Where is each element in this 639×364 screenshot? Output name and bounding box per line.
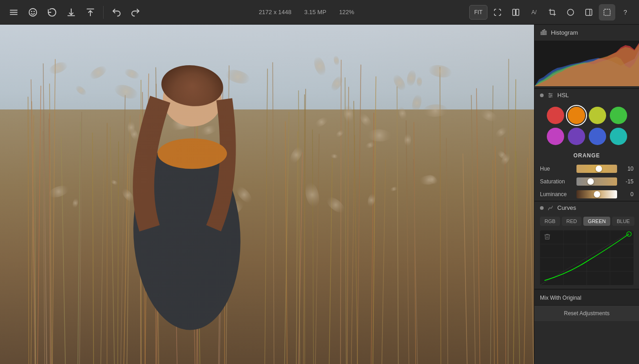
curves-svg	[540, 230, 634, 285]
swatch-green[interactable]	[610, 107, 627, 124]
svg-rect-15	[542, 31, 543, 35]
fullscreen-button[interactable]	[489, 4, 506, 21]
svg-rect-7	[87, 8, 94, 9]
face-detect-button[interactable]	[25, 4, 41, 21]
svg-rect-6	[68, 15, 75, 16]
luminance-track[interactable]	[576, 190, 617, 198]
svg-point-10	[567, 9, 574, 16]
histogram-header: Histogram	[534, 25, 639, 41]
equalizer-icon	[547, 92, 554, 99]
luminance-value: 0	[621, 191, 634, 198]
svg-rect-11	[586, 9, 592, 16]
help-button[interactable]: ?	[617, 4, 634, 21]
hsl-collapse[interactable]	[540, 94, 544, 97]
selected-color-name: ORANGE	[534, 151, 639, 162]
undo-button[interactable]	[108, 4, 125, 21]
curves-section: Curves RGB RED GREEN BLUE	[534, 201, 639, 289]
curves-collapse[interactable]	[540, 206, 544, 210]
hsl-label: HSL	[557, 92, 569, 99]
selection-tool-button[interactable]	[599, 4, 615, 21]
luminance-thumb[interactable]	[594, 191, 600, 198]
curves-canvas-area	[540, 230, 634, 285]
luminance-slider-row: Luminance 0	[534, 188, 639, 201]
curves-label: Curves	[557, 204, 576, 211]
menu-button[interactable]	[5, 4, 22, 21]
circle-select-button[interactable]	[562, 4, 579, 21]
saturation-thumb[interactable]	[587, 178, 594, 185]
curves-tabs: RGB RED GREEN BLUE	[534, 214, 639, 229]
hue-value: 10	[621, 166, 634, 172]
svg-rect-16	[544, 30, 545, 35]
mix-with-original-row: Mix With Original	[534, 289, 639, 305]
swatch-magenta[interactable]	[547, 128, 564, 145]
curves-header: Curves	[534, 202, 639, 214]
color-swatches	[534, 101, 639, 151]
svg-point-4	[31, 10, 32, 12]
swatch-yellow-green[interactable]	[589, 107, 606, 124]
swatch-red[interactable]	[547, 107, 564, 124]
curve-trash-button[interactable]	[544, 233, 551, 242]
redo-button[interactable]	[127, 4, 144, 21]
svg-rect-17	[545, 31, 546, 35]
tab-red[interactable]: RED	[562, 217, 581, 226]
text-tool-button[interactable]: A/	[526, 4, 542, 21]
svg-rect-13	[604, 9, 610, 16]
swatch-blue[interactable]	[589, 128, 606, 145]
image-area	[0, 25, 534, 364]
reset-adjustments-button[interactable]: Reset Adjustments	[534, 305, 639, 321]
tab-blue[interactable]: BLUE	[612, 217, 634, 226]
svg-point-22	[549, 93, 550, 94]
hue-thumb[interactable]	[596, 166, 602, 172]
panel-button[interactable]	[581, 4, 597, 21]
hue-track[interactable]	[576, 165, 617, 173]
saturation-label: Saturation	[540, 178, 573, 185]
history-button[interactable]	[44, 4, 60, 21]
topbar-center: 2172 x 1448 3.15 MP 122%	[144, 9, 469, 16]
tab-green[interactable]: GREEN	[583, 217, 610, 226]
topbar-left	[5, 4, 144, 21]
topbar: 2172 x 1448 3.15 MP 122% FIT A/	[0, 0, 639, 25]
image-dimensions: 2172 x 1448	[259, 9, 292, 16]
luminance-label: Luminance	[540, 191, 573, 198]
histogram-icon	[540, 28, 547, 37]
image-zoom: 122%	[339, 9, 354, 16]
hue-label: Hue	[540, 166, 573, 172]
svg-point-23	[551, 94, 552, 95]
svg-point-3	[29, 8, 37, 16]
swatch-orange[interactable]	[568, 107, 585, 124]
histogram-svg	[534, 41, 639, 86]
svg-point-5	[33, 10, 35, 12]
curves-icon	[547, 205, 554, 211]
swatch-purple[interactable]	[568, 128, 585, 145]
svg-rect-14	[541, 32, 542, 35]
saturation-track[interactable]	[576, 177, 617, 186]
saturation-slider-row: Saturation -15	[534, 175, 639, 188]
saturation-value: -15	[621, 178, 634, 185]
hsl-header: HSL	[534, 88, 639, 101]
fit-button[interactable]: FIT	[469, 5, 487, 20]
main-area: Histogram	[0, 25, 639, 364]
download-button[interactable]	[63, 4, 79, 21]
share-button[interactable]	[82, 4, 99, 21]
hue-slider-row: Hue 10	[534, 162, 639, 175]
hsl-section: HSL ORANGE Hue 10	[534, 88, 639, 201]
image-megapixels: 3.15 MP	[304, 9, 326, 16]
svg-rect-8	[513, 9, 515, 16]
tab-rgb[interactable]: RGB	[540, 217, 560, 226]
svg-rect-9	[516, 9, 519, 16]
svg-point-24	[550, 96, 550, 97]
crop-tool-button[interactable]	[544, 4, 560, 21]
compare-button[interactable]	[508, 4, 524, 21]
mix-label: Mix With Original	[540, 295, 581, 301]
swatch-teal[interactable]	[610, 128, 627, 145]
histogram-label: Histogram	[551, 29, 578, 36]
photo-canvas	[0, 25, 534, 364]
histogram-chart	[534, 41, 639, 86]
topbar-right: FIT A/	[469, 4, 634, 21]
right-panel: Histogram	[534, 25, 639, 364]
